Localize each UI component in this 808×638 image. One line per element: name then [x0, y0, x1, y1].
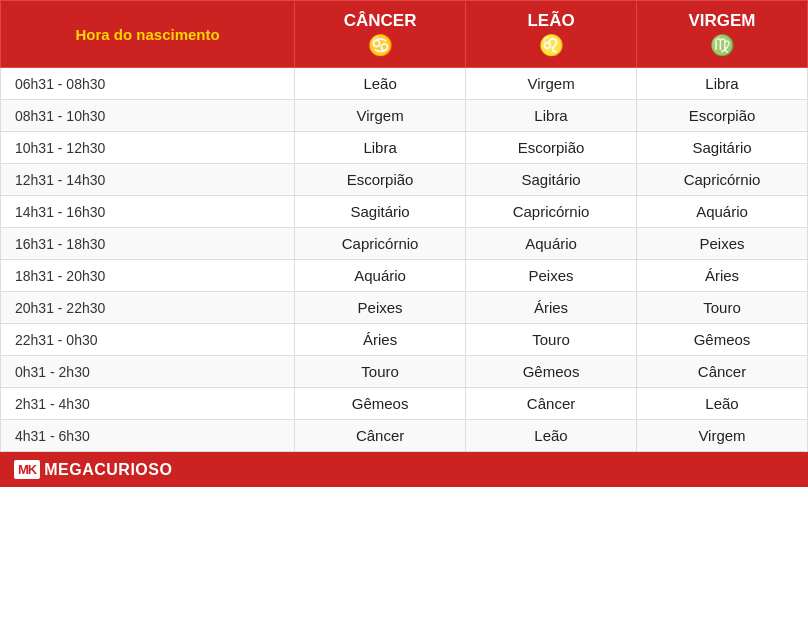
leo-symbol: ♌ [474, 33, 628, 57]
cancer-cell: Áries [295, 324, 466, 356]
table-row: 16h31 - 18h30 Capricórnio Aquário Peixes [1, 228, 808, 260]
time-cell: 20h31 - 22h30 [1, 292, 295, 324]
time-cell: 08h31 - 10h30 [1, 100, 295, 132]
ascendant-table: Hora do nascimento CÂNCER ♋ LEÃO ♌ VIRGE… [0, 0, 808, 452]
cancer-cell: Capricórnio [295, 228, 466, 260]
table-row: 06h31 - 08h30 Leão Virgem Libra [1, 68, 808, 100]
table-row: 12h31 - 14h30 Escorpião Sagitário Capric… [1, 164, 808, 196]
cancer-cell: Gêmeos [295, 388, 466, 420]
leo-cell: Sagitário [466, 164, 637, 196]
footer: MK MEGACURIOSO [0, 452, 808, 487]
brand-curioso: CURIOSO [94, 461, 172, 478]
cancer-cell: Aquário [295, 260, 466, 292]
leo-cell: Capricórnio [466, 196, 637, 228]
cancer-cell: Escorpião [295, 164, 466, 196]
time-cell: 0h31 - 2h30 [1, 356, 295, 388]
cancer-cell: Virgem [295, 100, 466, 132]
table-row: 20h31 - 22h30 Peixes Áries Touro [1, 292, 808, 324]
leo-cell: Peixes [466, 260, 637, 292]
time-cell: 4h31 - 6h30 [1, 420, 295, 452]
leo-cell: Câncer [466, 388, 637, 420]
cancer-cell: Câncer [295, 420, 466, 452]
table-row: 08h31 - 10h30 Virgem Libra Escorpião [1, 100, 808, 132]
virgo-cell: Aquário [637, 196, 808, 228]
virgo-header: VIRGEM ♍ [637, 1, 808, 68]
table-row: 4h31 - 6h30 Câncer Leão Virgem [1, 420, 808, 452]
virgo-cell: Câncer [637, 356, 808, 388]
table-row: 22h31 - 0h30 Áries Touro Gêmeos [1, 324, 808, 356]
virgo-cell: Peixes [637, 228, 808, 260]
time-cell: 06h31 - 08h30 [1, 68, 295, 100]
leo-cell: Aquário [466, 228, 637, 260]
table-row: 18h31 - 20h30 Aquário Peixes Áries [1, 260, 808, 292]
time-cell: 18h31 - 20h30 [1, 260, 295, 292]
table-body: 06h31 - 08h30 Leão Virgem Libra 08h31 - … [1, 68, 808, 452]
leo-cell: Escorpião [466, 132, 637, 164]
cancer-cell: Sagitário [295, 196, 466, 228]
table-row: 0h31 - 2h30 Touro Gêmeos Câncer [1, 356, 808, 388]
table-row: 2h31 - 4h30 Gêmeos Câncer Leão [1, 388, 808, 420]
leo-cell: Leão [466, 420, 637, 452]
virgo-cell: Virgem [637, 420, 808, 452]
main-container: Hora do nascimento CÂNCER ♋ LEÃO ♌ VIRGE… [0, 0, 808, 487]
leo-cell: Gêmeos [466, 356, 637, 388]
virgo-cell: Áries [637, 260, 808, 292]
brand-name: MEGACURIOSO [44, 461, 172, 479]
table-row: 14h31 - 16h30 Sagitário Capricórnio Aquá… [1, 196, 808, 228]
cancer-cell: Peixes [295, 292, 466, 324]
cancer-header: CÂNCER ♋ [295, 1, 466, 68]
time-cell: 12h31 - 14h30 [1, 164, 295, 196]
table-row: 10h31 - 12h30 Libra Escorpião Sagitário [1, 132, 808, 164]
brand-logo: MK MEGACURIOSO [14, 460, 172, 479]
virgo-cell: Touro [637, 292, 808, 324]
time-cell: 14h31 - 16h30 [1, 196, 295, 228]
logo-box: MK [14, 460, 40, 479]
time-cell: 2h31 - 4h30 [1, 388, 295, 420]
time-header: Hora do nascimento [1, 1, 295, 68]
time-cell: 16h31 - 18h30 [1, 228, 295, 260]
leo-cell: Virgem [466, 68, 637, 100]
cancer-symbol: ♋ [303, 33, 457, 57]
virgo-symbol: ♍ [645, 33, 799, 57]
leo-header: LEÃO ♌ [466, 1, 637, 68]
leo-cell: Touro [466, 324, 637, 356]
virgo-cell: Gêmeos [637, 324, 808, 356]
virgo-cell: Leão [637, 388, 808, 420]
time-cell: 22h31 - 0h30 [1, 324, 295, 356]
virgo-cell: Libra [637, 68, 808, 100]
time-cell: 10h31 - 12h30 [1, 132, 295, 164]
virgo-cell: Sagitário [637, 132, 808, 164]
cancer-cell: Libra [295, 132, 466, 164]
leo-cell: Libra [466, 100, 637, 132]
leo-cell: Áries [466, 292, 637, 324]
brand-mega: MEGA [44, 461, 94, 478]
virgo-cell: Capricórnio [637, 164, 808, 196]
cancer-cell: Touro [295, 356, 466, 388]
virgo-cell: Escorpião [637, 100, 808, 132]
header-row: Hora do nascimento CÂNCER ♋ LEÃO ♌ VIRGE… [1, 1, 808, 68]
cancer-cell: Leão [295, 68, 466, 100]
